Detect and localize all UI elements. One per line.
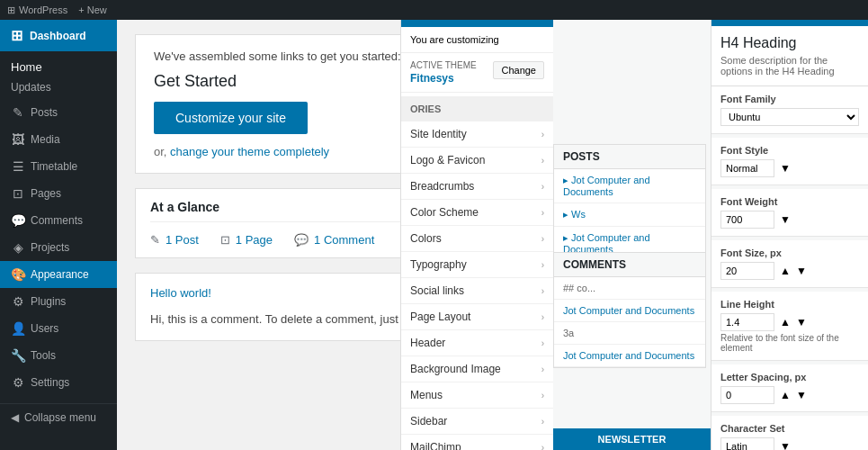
sidebar-item-posts[interactable]: ✎ Posts (0, 99, 117, 126)
line-height-down-icon[interactable]: ▼ (796, 316, 807, 328)
panel-row-header[interactable]: Header › (401, 330, 553, 356)
font-family-select[interactable]: Ubuntu (720, 108, 859, 126)
chevron-right-icon-3: › (541, 182, 544, 192)
panel-row-page-layout[interactable]: Page Layout › (401, 304, 553, 330)
change-theme-link[interactable]: change your theme completely (170, 145, 329, 158)
chevron-right-icon: › (541, 130, 544, 140)
or-text: or, (154, 145, 170, 158)
sidebar-item-projects[interactable]: ◈ Projects (0, 234, 117, 261)
wp-logo-item[interactable]: ⊞ WordPress (7, 4, 67, 16)
panel-row-colors[interactable]: Colors › (401, 226, 553, 252)
post-bullet-icon: ▸ (563, 175, 568, 185)
posts-count-link[interactable]: 1 Post (166, 233, 199, 247)
comment-link-2[interactable]: Jot Computer and Documents (563, 305, 694, 316)
comment-item-1: ## co... (554, 277, 705, 300)
sidebar-logo[interactable]: ⊞ Dashboard (0, 20, 117, 51)
letter-spacing-input[interactable] (720, 386, 774, 404)
character-set-stepper[interactable]: ▼ (780, 440, 791, 450)
comments-count-link[interactable]: 1 Comment (314, 233, 374, 247)
comments-icon: 💬 (11, 213, 25, 228)
font-weight-row: ▼ (720, 211, 859, 229)
sidebar-label-plugins: Plugins (31, 295, 66, 308)
font-size-up-icon[interactable]: ▲ (780, 265, 791, 277)
comment-text-1: ## co... (563, 283, 595, 293)
font-style-field: Font Style ▼ (711, 138, 868, 185)
sidebar: ⊞ Dashboard Home Updates ✎ Posts 🖼 Media… (0, 0, 117, 450)
line-height-row: ▲ ▼ (720, 313, 859, 331)
sidebar-label-tools: Tools (31, 349, 56, 362)
admin-bar: ⊞ WordPress + New (0, 0, 868, 20)
panel-row-logo-favicon[interactable]: Logo & Favicon › (401, 148, 553, 174)
panel3-title-section: H4 Heading Some description for the opti… (711, 26, 868, 86)
you-are-customizing-text: You are customizing (401, 27, 553, 53)
pages-count-link[interactable]: 1 Page (236, 233, 273, 247)
line-height-label: Line Height (720, 299, 859, 310)
sidebar-item-appearance[interactable]: 🎨 Appearance (0, 261, 117, 288)
sidebar-item-plugins[interactable]: ⚙ Plugins (0, 288, 117, 315)
widget-title: At a Glance (150, 200, 219, 214)
sidebar-item-tools[interactable]: 🔧 Tools (0, 342, 117, 369)
page-icon: ⊡ (220, 233, 230, 247)
h4-heading-title: H4 Heading (720, 35, 859, 51)
menus-label: Menus (410, 389, 443, 401)
sidebar-item-settings[interactable]: ⚙ Settings (0, 369, 117, 396)
customizer-panel-typography: ◀ Customizing • Typography H4 Heading So… (711, 0, 868, 450)
font-size-row: ▲ ▼ (720, 262, 859, 280)
customizer-panel-main: Saved ◀ Customizing You are customizing … (400, 0, 553, 450)
sidebar-item-home[interactable]: Home (11, 55, 106, 79)
panel-row-site-identity[interactable]: Site Identity › (401, 122, 553, 148)
hello-world-link[interactable]: Hello world! (150, 286, 211, 300)
settings-icon: ⚙ (11, 375, 25, 390)
font-size-input[interactable] (720, 262, 774, 280)
plugins-icon: ⚙ (11, 294, 25, 309)
users-icon: 👤 (11, 321, 25, 336)
sidebar-item-media[interactable]: 🖼 Media (0, 126, 117, 153)
font-size-down-icon[interactable]: ▼ (796, 265, 807, 277)
comment-item-3: 3a (554, 322, 705, 345)
line-height-up-icon[interactable]: ▲ (780, 316, 791, 328)
sidebar-item-users[interactable]: 👤 Users (0, 315, 117, 342)
post-link-2[interactable]: Ws (571, 209, 586, 220)
font-style-input[interactable] (720, 159, 774, 177)
panel-row-sidebar[interactable]: Sidebar › (401, 409, 553, 435)
character-set-input[interactable] (720, 437, 774, 450)
panel-row-mailchimp[interactable]: MailChimp › (401, 435, 553, 450)
panel-row-breadcrumbs[interactable]: Breadcrumbs › (401, 174, 553, 200)
sidebar-label: Sidebar (410, 415, 447, 428)
background-image-label: Background Image (410, 363, 501, 375)
sidebar-item-comments[interactable]: 💬 Comments (0, 207, 117, 234)
panel-row-social-links[interactable]: Social links › (401, 278, 553, 304)
sidebar-item-updates[interactable]: Updates (11, 79, 106, 95)
posts-widget: POSTS ▸ Jot Computer and Documents ▸ Ws … (553, 144, 706, 262)
comment-link-4[interactable]: Jot Computer and Documents (563, 350, 694, 361)
panel-row-typography[interactable]: Typography › (401, 252, 553, 278)
line-height-input[interactable] (720, 313, 774, 331)
post-bullet-icon-2: ▸ (563, 209, 568, 220)
social-links-label: Social links (410, 284, 464, 297)
letter-spacing-label: Letter Spacing, px (720, 372, 859, 382)
font-style-stepper[interactable]: ▼ (780, 162, 791, 175)
active-theme-name: Fitnesys (410, 72, 454, 85)
font-style-row: ▼ (720, 159, 859, 177)
panel-row-color-scheme[interactable]: Color Scheme › (401, 200, 553, 226)
new-item[interactable]: + New (78, 4, 107, 15)
collapse-icon: ◀ (11, 411, 19, 424)
font-weight-input[interactable] (720, 211, 774, 229)
letter-spacing-up-icon[interactable]: ▲ (780, 389, 791, 401)
glance-pages: ⊡ 1 Page (220, 233, 273, 247)
letter-spacing-down-icon[interactable]: ▼ (796, 389, 807, 401)
sidebar-item-timetable[interactable]: ☰ Timetable (0, 153, 117, 180)
collapse-menu-button[interactable]: ◀ Collapse menu (0, 403, 117, 431)
customizer-panels: Saved ◀ Customizing You are customizing … (400, 0, 868, 450)
post-link-1[interactable]: Jot Computer and Documents (563, 175, 650, 197)
collapse-label: Collapse menu (24, 411, 96, 424)
panel-row-menus[interactable]: Menus › (401, 382, 553, 409)
font-weight-stepper[interactable]: ▼ (780, 213, 791, 226)
sidebar-item-pages[interactable]: ⊡ Pages (0, 180, 117, 207)
sidebar-label-users: Users (31, 322, 58, 335)
panel-row-background-image[interactable]: Background Image › (401, 356, 553, 382)
main-content: We've assembled some links to get you st… (117, 0, 868, 450)
customize-site-button[interactable]: Customize your site (154, 102, 308, 134)
change-theme-button[interactable]: Change (493, 61, 544, 79)
letter-spacing-field: Letter Spacing, px ▲ ▼ (711, 364, 868, 412)
